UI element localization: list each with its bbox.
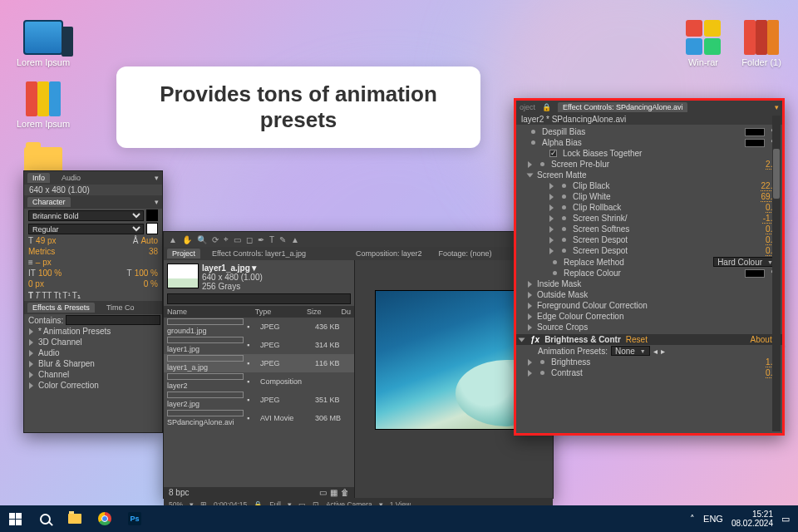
stroke-swatch[interactable] (146, 223, 158, 234)
ep-item[interactable]: Color Correction (24, 380, 162, 391)
effect-property-row[interactable]: Contrast0.0 (516, 367, 782, 378)
color-swatch[interactable] (745, 269, 765, 278)
effect-property-row[interactable]: Despill Bias✎ (516, 126, 782, 137)
ep-item[interactable]: Audio (24, 347, 162, 358)
desktop-icon-folder1[interactable]: Folder (1) (732, 20, 791, 67)
tool-panbehind-icon[interactable]: ▭ (234, 235, 241, 244)
stopwatch-icon[interactable] (562, 195, 566, 199)
new-folder-icon[interactable]: ▭ (319, 488, 327, 497)
checkbox[interactable] (549, 150, 557, 157)
lock-icon[interactable]: 🔒 (542, 103, 551, 111)
effect-section[interactable]: Edge Colour Correction (516, 311, 782, 322)
panel-menu-icon[interactable]: ▾ (775, 103, 779, 111)
kerning-field[interactable]: Metrics (28, 247, 55, 256)
tool-brush-icon[interactable]: ✎ (279, 235, 286, 244)
effect-property-row[interactable]: Brightness1.6 (516, 357, 782, 367)
taskbar-search-button[interactable] (30, 505, 60, 532)
effect-property-row[interactable]: Clip Black22.0 (516, 180, 782, 191)
effect-property-row[interactable]: Screen Despot0.0 (516, 234, 782, 245)
tab-effect-controls[interactable]: Effect Controls: layer1_a.jpg (207, 249, 311, 259)
vscale-field[interactable]: 100 % (38, 268, 62, 278)
stopwatch-icon[interactable] (553, 271, 557, 275)
effect-property-row[interactable]: Screen Pre-blur2.2 (516, 159, 782, 170)
stopwatch-icon[interactable] (562, 249, 566, 253)
stopwatch-icon[interactable] (562, 227, 566, 231)
tab-info[interactable]: Info (27, 173, 50, 183)
project-file-row[interactable]: ground1.jpg▪JPEG436 KB (164, 318, 354, 336)
tab-time[interactable]: Time Co (101, 303, 140, 313)
effect-property-row[interactable]: Screen Shrink/-1.7 (516, 213, 782, 224)
project-file-row[interactable]: layer2.jpg▪JPEG351 KB (164, 391, 354, 409)
effect-property-row[interactable]: Replace Colour✎ (516, 268, 782, 278)
taskbar-chrome-button[interactable] (90, 505, 120, 532)
effect-property-row[interactable]: Replace MethodHard Colour▼ (516, 256, 782, 268)
desktop-icon-this-pc[interactable]: Lorem Ipsum (13, 20, 73, 67)
tool-selection-icon[interactable]: ▲ (169, 235, 177, 244)
effect-property-row[interactable]: Screen Softnes0.0 (516, 224, 782, 234)
tool-hand-icon[interactable]: ✋ (182, 235, 192, 244)
stopwatch-icon[interactable] (562, 205, 566, 209)
effect-section[interactable]: Source Crops (516, 322, 782, 332)
tab-audio[interactable]: Audio (57, 173, 86, 183)
panel-scrollbar[interactable] (772, 116, 781, 431)
effect-section[interactable]: Outside Mask (516, 289, 782, 300)
tab-character[interactable]: Character (27, 197, 71, 207)
tool-pen-icon[interactable]: ✒ (258, 235, 264, 244)
faux-bold-button[interactable]: T (28, 291, 33, 300)
project-file-row[interactable]: layer2▪Composition (164, 372, 354, 391)
effect-reset-link[interactable]: Reset (626, 335, 648, 344)
fill-swatch[interactable] (146, 209, 158, 221)
stroke-width-field[interactable]: 0 px (28, 279, 44, 288)
tool-camera-icon[interactable]: ⌖ (224, 234, 229, 244)
tool-mask-icon[interactable]: ◻ (246, 235, 253, 244)
allcaps-button[interactable]: TT (42, 291, 52, 300)
ep-item[interactable]: * Animation Presets (24, 326, 162, 337)
stopwatch-icon[interactable] (540, 360, 544, 364)
panel-menu-icon[interactable]: ▾ (155, 198, 159, 206)
color-swatch[interactable] (745, 128, 765, 136)
leading-field[interactable]: Auto (140, 236, 158, 245)
panel-info-character[interactable]: Info Audio ▾ 640 x 480 (1.00) Character … (23, 170, 163, 433)
effect-section[interactable]: Foreground Colour Correction (516, 300, 782, 311)
effect-property-row[interactable]: Alpha Bias✎ (516, 137, 782, 148)
effect-section[interactable]: Screen Matte (516, 170, 782, 180)
ep-item[interactable]: 3D Channel (24, 337, 162, 347)
tab-project[interactable]: Project (167, 249, 200, 259)
project-file-row[interactable]: SPdancingAlone.avi▪AVI Movie306 MB (164, 409, 354, 427)
disclosure-icon[interactable] (519, 337, 525, 342)
new-comp-icon[interactable]: ▦ (330, 488, 337, 497)
stopwatch-icon[interactable] (562, 216, 566, 220)
baseline-field[interactable]: – px (36, 258, 52, 267)
stroke-pct-field[interactable]: 0 % (144, 279, 158, 288)
animation-presets-dropdown[interactable]: None▼ (611, 346, 650, 356)
ep-item[interactable]: Channel (24, 369, 162, 380)
prev-preset-icon[interactable]: ◂ (653, 347, 658, 356)
trash-icon[interactable]: 🗑 (341, 488, 349, 497)
effect-section[interactable]: Inside Mask (516, 278, 782, 289)
font-style-select[interactable]: Regular (28, 224, 144, 234)
desktop-icon-winrar[interactable]: Win-rar (673, 20, 733, 67)
tool-type-icon[interactable]: T (269, 235, 274, 244)
project-file-row[interactable]: layer1.jpg▪JPEG314 KB (164, 336, 354, 354)
tray-notifications-icon[interactable]: ▭ (781, 514, 790, 525)
ep-search-input[interactable] (66, 315, 160, 325)
taskbar-photoshop-button[interactable]: Ps (120, 505, 150, 532)
panel-project-composition[interactable]: ▲ ✋ 🔍 ⟳ ⌖ ▭ ◻ ✒ T ✎ ▲ Project Effect Con… (163, 231, 554, 499)
stopwatch-icon[interactable] (540, 162, 544, 166)
scrollbar-thumb[interactable] (773, 149, 780, 199)
stopwatch-icon[interactable] (531, 130, 535, 134)
stopwatch-icon[interactable] (562, 238, 566, 242)
panel-menu-icon[interactable]: ▾ (155, 174, 159, 182)
ep-item[interactable]: Blur & Sharpen (24, 358, 162, 369)
tab-effects-presets[interactable]: Effects & Presets (27, 303, 95, 313)
smallcaps-button[interactable]: Tt (53, 291, 61, 300)
stopwatch-icon[interactable] (553, 260, 557, 264)
tray-chevron-icon[interactable]: ˄ (690, 514, 695, 525)
desktop-icon-binders[interactable]: Lorem Ipsum (13, 81, 73, 129)
bpc-indicator[interactable]: 8 bpc (169, 488, 189, 497)
tool-stamp-icon[interactable]: ▲ (291, 235, 299, 244)
color-swatch[interactable] (745, 139, 765, 147)
property-dropdown[interactable]: Hard Colour▼ (713, 257, 777, 267)
tray-clock[interactable]: 15:21 08.02.2024 (732, 510, 773, 528)
superscript-button[interactable]: T¹ (62, 291, 70, 300)
